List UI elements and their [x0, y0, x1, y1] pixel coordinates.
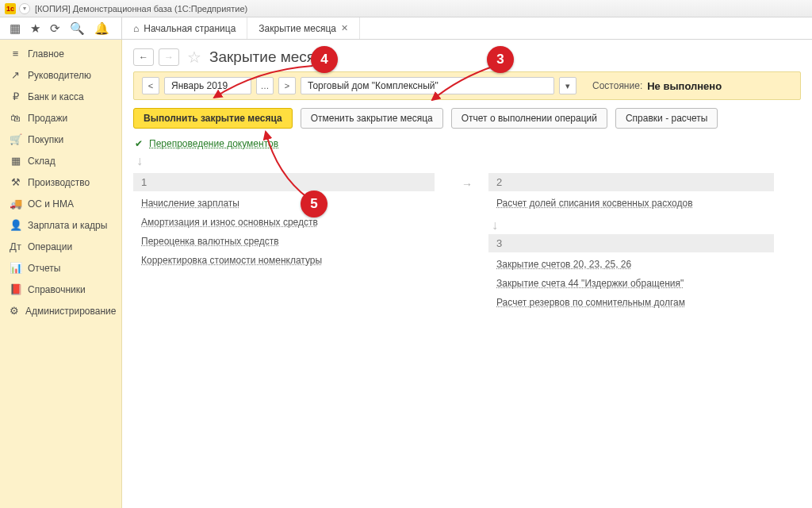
sidebar-item-production[interactable]: ⚒Производство [0, 171, 121, 193]
report-icon: 📊 [10, 262, 21, 274]
menu-icon: ≡ [10, 48, 21, 60]
step-1-item[interactable]: Амортизация и износ основных средств [141, 217, 438, 228]
chart-icon: ↗ [10, 69, 21, 81]
tab-closing-month[interactable]: Закрытие месяца ✕ [247, 17, 360, 39]
favorite-icon[interactable]: ★ [30, 21, 40, 36]
gear-icon: ⚙ [10, 305, 19, 317]
sidebar-item-operations[interactable]: ДтОперации [0, 236, 121, 257]
back-button[interactable]: ← [133, 48, 154, 66]
arrow-4 [209, 62, 320, 106]
apps-icon[interactable]: ▦ [10, 21, 21, 36]
reproved-link[interactable]: Перепроведение документов [149, 138, 278, 149]
org-dropdown-button[interactable]: ▾ [559, 77, 576, 94]
top-toolbar: ▦ ★ ⟳ 🔍 🔔 ⌂ Начальная страница Закрытие … [0, 17, 812, 40]
cancel-closing-button[interactable]: Отменить закрытие месяца [301, 108, 443, 129]
book-icon: 📕 [10, 283, 21, 295]
sidebar-item-bank[interactable]: ₽Банк и касса [0, 86, 121, 107]
close-icon[interactable]: ✕ [341, 23, 348, 33]
sidebar-item-reports[interactable]: 📊Отчеты [0, 257, 121, 279]
tab-closing-month-label: Закрытие месяца [259, 23, 336, 34]
sidebar-item-main[interactable]: ≡Главное [0, 43, 121, 64]
sidebar-item-hr[interactable]: 👤Зарплата и кадры [0, 214, 121, 236]
sidebar-item-label: Продажи [28, 113, 67, 124]
sidebar-item-admin[interactable]: ⚙Администрирование [0, 300, 121, 321]
sidebar-item-refs[interactable]: 📕Справочники [0, 279, 121, 300]
ruble-icon: ₽ [10, 90, 21, 102]
person-icon: 👤 [10, 219, 21, 231]
step-column-2: 2 Расчет долей списания косвенных расход… [488, 173, 801, 316]
window-titlebar: 1c ▾ [КОПИЯ] Демонстрационная база (1С:П… [0, 0, 812, 17]
callout-3: 3 [487, 46, 514, 73]
step-3-item[interactable]: Закрытие счетов 20, 23, 25, 26 [496, 259, 793, 270]
sidebar-item-label: Отчеты [28, 263, 60, 274]
steps-area: 1 Начисление зарплаты Амортизация и изно… [133, 173, 801, 316]
search-icon[interactable]: 🔍 [70, 21, 85, 36]
main-content: ← → ☆ Закрытие месяца < Январь 2019 … > … [122, 40, 812, 508]
sidebar-item-label: Банк и касса [28, 91, 84, 102]
step-3-item[interactable]: Расчет резервов по сомнительным долгам [496, 297, 793, 308]
sidebar-item-label: Зарплата и кадры [28, 220, 107, 231]
quick-tools: ▦ ★ ⟳ 🔍 🔔 [0, 17, 122, 39]
sidebar-item-manager[interactable]: ↗Руководителю [0, 64, 121, 86]
tab-home[interactable]: ⌂ Начальная страница [122, 17, 247, 39]
run-closing-button[interactable]: Выполнить закрытие месяца [133, 108, 293, 129]
sidebar-item-label: Администрирование [25, 306, 116, 317]
down-arrow-icon: ↓ [133, 152, 801, 170]
refs-button[interactable]: Справки - расчеты [615, 108, 718, 129]
callout-5: 5 [301, 190, 327, 217]
step-1-item[interactable]: Корректировка стоимости номенклатуры [141, 255, 438, 266]
state-label: Состояние: [592, 80, 642, 91]
step-2-item[interactable]: Расчет долей списания косвенных расходов [496, 198, 793, 209]
down-arrow-icon: ↓ [488, 217, 801, 234]
step-2-header: 2 [488, 173, 774, 191]
step-arrow-icon: → [462, 173, 473, 190]
sidebar-item-sales[interactable]: 🛍Продажи [0, 107, 121, 129]
report-button[interactable]: Отчет о выполнении операций [451, 108, 607, 129]
history-icon[interactable]: ⟳ [50, 21, 60, 36]
tab-bar: ⌂ Начальная страница Закрытие месяца ✕ [122, 17, 360, 39]
sidebar-item-label: Производство [28, 177, 90, 188]
reproved-row: ✔ Перепроведение документов [133, 135, 801, 152]
sidebar-item-label: Склад [28, 156, 56, 167]
sidebar: ≡Главное ↗Руководителю ₽Банк и касса 🛍Пр… [0, 40, 122, 508]
cart-icon: 🛒 [10, 133, 21, 145]
sidebar-item-label: Покупки [28, 134, 63, 145]
org-value: Торговый дом "Комплексный" [308, 80, 439, 91]
bell-icon[interactable]: 🔔 [94, 21, 109, 36]
grid-icon: ▦ [10, 155, 21, 167]
step-3-item[interactable]: Закрытие счета 44 "Издержки обращения" [496, 278, 793, 289]
callout-4: 4 [311, 46, 338, 73]
check-icon: ✔ [135, 138, 143, 149]
forward-button[interactable]: → [159, 48, 179, 66]
bag-icon: 🛍 [10, 112, 21, 124]
period-prev-button[interactable]: < [142, 77, 159, 94]
sidebar-item-label: Справочники [28, 284, 86, 295]
window-title: [КОПИЯ] Демонстрационная база (1С:Предпр… [35, 4, 247, 13]
sidebar-item-warehouse[interactable]: ▦Склад [0, 150, 121, 171]
app-logo-icon: 1c [5, 3, 16, 14]
action-buttons: Выполнить закрытие месяца Отменить закры… [133, 108, 801, 129]
state-value: Не выполнено [647, 80, 722, 92]
titlebar-dropdown-icon[interactable]: ▾ [19, 3, 30, 14]
sidebar-item-assets[interactable]: 🚚ОС и НМА [0, 193, 121, 214]
tools-icon: ⚒ [10, 176, 21, 188]
tab-home-label: Начальная страница [144, 23, 236, 34]
step-1-item[interactable]: Переоценка валютных средств [141, 236, 438, 247]
star-icon[interactable]: ☆ [187, 48, 201, 67]
sidebar-item-label: ОС и НМА [28, 198, 74, 210]
sidebar-item-label: Главное [28, 48, 64, 60]
home-icon: ⌂ [133, 23, 139, 34]
step-3-header: 3 [488, 234, 774, 252]
sidebar-item-label: Операции [28, 241, 72, 252]
dtkt-icon: Дт [10, 241, 21, 252]
truck-icon: 🚚 [10, 198, 21, 210]
sidebar-item-label: Руководителю [28, 70, 91, 81]
sidebar-item-purchases[interactable]: 🛒Покупки [0, 129, 121, 150]
